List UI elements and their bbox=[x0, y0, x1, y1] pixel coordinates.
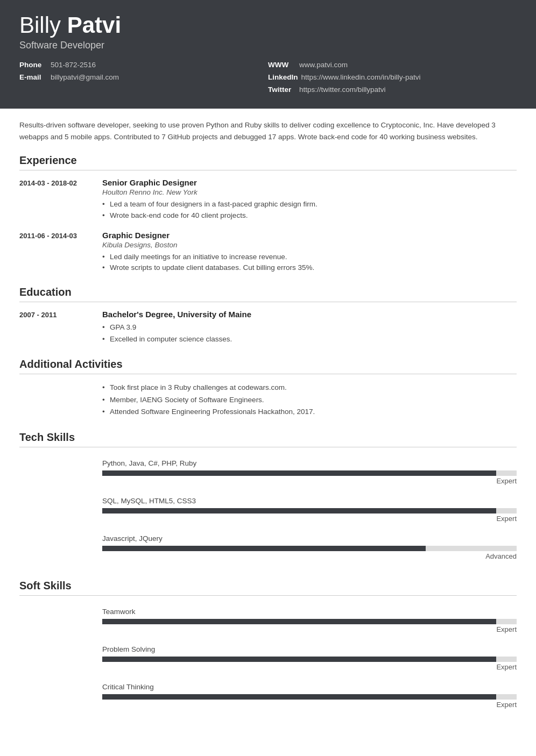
subtitle: Software Developer bbox=[19, 40, 517, 51]
contact-col-left: Phone 501-872-2516 E-mail billypatvi@gma… bbox=[19, 61, 268, 94]
name-block: Billy Patvi Software Developer bbox=[19, 13, 517, 51]
exp-bullets: Led a team of four designers in a fast-p… bbox=[102, 199, 517, 221]
skill-right: Javascript, JQueryAdvanced bbox=[102, 530, 517, 567]
skill-left bbox=[19, 603, 89, 640]
phone-item: Phone 501-872-2516 bbox=[19, 61, 268, 69]
exp-title: Graphic Designer bbox=[102, 231, 517, 240]
education-list: 2007 - 2011Bachelor's Degree, University… bbox=[19, 310, 517, 345]
exp-company: Houlton Renno Inc. New York bbox=[102, 188, 517, 196]
full-name: Billy Patvi bbox=[19, 13, 517, 38]
skill-bar-container bbox=[102, 694, 517, 700]
skill-bar-fill bbox=[102, 546, 426, 551]
skill-bar-fill bbox=[102, 619, 496, 624]
email-item: E-mail billypatvi@gmail.com bbox=[19, 73, 268, 81]
twitter-label: Twitter bbox=[268, 85, 296, 94]
twitter-value: https://twitter.com/billypatvi bbox=[299, 85, 386, 94]
skill-bar-container bbox=[102, 619, 517, 624]
edu-bullets: GPA 3.9Excelled in computer science clas… bbox=[102, 322, 517, 345]
skill-bar-fill bbox=[102, 470, 496, 476]
skill-left bbox=[19, 679, 89, 715]
twitter-item: Twitter https://twitter.com/billypatvi bbox=[268, 85, 517, 94]
skill-level-label: Expert bbox=[102, 701, 517, 709]
activities-title: Additional Activities bbox=[19, 358, 517, 374]
skill-right: Problem SolvingExpert bbox=[102, 641, 517, 677]
email-value: billypatvi@gmail.com bbox=[51, 73, 119, 81]
skill-name: Javascript, JQuery bbox=[102, 534, 517, 543]
skill-level-label: Advanced bbox=[102, 552, 517, 560]
edu-body: Bachelor's Degree, University of MaineGP… bbox=[102, 310, 517, 345]
list-item: GPA 3.9 bbox=[102, 322, 517, 333]
exp-date: 2014-03 - 2018-02 bbox=[19, 178, 89, 221]
education-entry: 2007 - 2011Bachelor's Degree, University… bbox=[19, 310, 517, 345]
linkedin-label: LinkedIn bbox=[268, 73, 298, 81]
skill-name: SQL, MySQL, HTML5, CSS3 bbox=[102, 497, 517, 505]
contact-col-right: WWW www.patvi.com LinkedIn https://www.l… bbox=[268, 61, 517, 94]
activities-list: Took first place in 3 Ruby challenges at… bbox=[102, 382, 517, 419]
tech-skills-title: Tech Skills bbox=[19, 431, 517, 447]
experience-entry: 2011-06 - 2014-03Graphic DesignerKibula … bbox=[19, 231, 517, 274]
skill-right: TeamworkExpert bbox=[102, 603, 517, 640]
skill-left bbox=[19, 493, 89, 529]
list-item: Excelled in computer science classes. bbox=[102, 333, 517, 345]
exp-body: Graphic DesignerKibula Designs, BostonLe… bbox=[102, 231, 517, 274]
skill-row: Critical ThinkingExpert bbox=[19, 679, 517, 715]
skill-level-label: Expert bbox=[102, 477, 517, 485]
activities-section: Additional Activities Took first place i… bbox=[19, 358, 517, 419]
education-title: Education bbox=[19, 286, 517, 302]
phone-label: Phone bbox=[19, 61, 47, 69]
exp-body: Senior Graphic DesignerHoulton Renno Inc… bbox=[102, 178, 517, 221]
www-item: WWW www.patvi.com bbox=[268, 61, 517, 69]
tech-skills-section: Tech Skills Python, Java, C#, PHP, RubyE… bbox=[19, 431, 517, 567]
main-content: Results-driven software developer, seeki… bbox=[0, 109, 536, 747]
summary: Results-driven software developer, seeki… bbox=[19, 119, 517, 142]
experience-entry: 2014-03 - 2018-02Senior Graphic Designer… bbox=[19, 178, 517, 221]
phone-value: 501-872-2516 bbox=[51, 61, 96, 69]
tech-skills-list: Python, Java, C#, PHP, RubyExpertSQL, My… bbox=[19, 455, 517, 567]
education-section: Education 2007 - 2011Bachelor's Degree, … bbox=[19, 286, 517, 345]
skill-left bbox=[19, 455, 89, 491]
www-value: www.patvi.com bbox=[299, 61, 348, 69]
list-item: Wrote scripts to update client databases… bbox=[102, 262, 517, 273]
skill-name: Critical Thinking bbox=[102, 683, 517, 691]
skill-level-label: Expert bbox=[102, 625, 517, 633]
exp-company: Kibula Designs, Boston bbox=[102, 241, 517, 249]
exp-date: 2011-06 - 2014-03 bbox=[19, 231, 89, 274]
skill-row: Python, Java, C#, PHP, RubyExpert bbox=[19, 455, 517, 491]
skill-row: Javascript, JQueryAdvanced bbox=[19, 530, 517, 567]
skill-bar-container bbox=[102, 508, 517, 513]
experience-list: 2014-03 - 2018-02Senior Graphic Designer… bbox=[19, 178, 517, 273]
soft-skills-title: Soft Skills bbox=[19, 580, 517, 596]
skill-level-label: Expert bbox=[102, 515, 517, 523]
skill-row: Problem SolvingExpert bbox=[19, 641, 517, 677]
skill-row: TeamworkExpert bbox=[19, 603, 517, 640]
first-name: Billy bbox=[19, 12, 67, 38]
header: Billy Patvi Software Developer Phone 501… bbox=[0, 0, 536, 109]
skill-level-label: Expert bbox=[102, 663, 517, 671]
skill-row: SQL, MySQL, HTML5, CSS3Expert bbox=[19, 493, 517, 529]
www-label: WWW bbox=[268, 61, 296, 69]
list-item: Wrote back-end code for 40 client projec… bbox=[102, 210, 517, 221]
soft-skills-list: TeamworkExpertProblem SolvingExpertCriti… bbox=[19, 603, 517, 715]
experience-section: Experience 2014-03 - 2018-02Senior Graph… bbox=[19, 154, 517, 273]
list-item: Led a team of four designers in a fast-p… bbox=[102, 199, 517, 210]
edu-date: 2007 - 2011 bbox=[19, 310, 89, 345]
linkedin-value: https://www.linkedin.com/in/billy-patvi bbox=[301, 73, 421, 81]
skill-right: SQL, MySQL, HTML5, CSS3Expert bbox=[102, 493, 517, 529]
last-name: Patvi bbox=[67, 12, 121, 38]
skill-name: Python, Java, C#, PHP, Ruby bbox=[102, 459, 517, 467]
skill-right: Critical ThinkingExpert bbox=[102, 679, 517, 715]
exp-bullets: Led daily meetings for an initiative to … bbox=[102, 252, 517, 274]
skill-bar-fill bbox=[102, 657, 496, 662]
exp-title: Senior Graphic Designer bbox=[102, 178, 517, 187]
skill-name: Teamwork bbox=[102, 608, 517, 616]
skill-left bbox=[19, 641, 89, 677]
contact-info: Phone 501-872-2516 E-mail billypatvi@gma… bbox=[19, 61, 517, 94]
list-item: Member, IAENG Society of Software Engine… bbox=[102, 394, 517, 406]
list-item: Led daily meetings for an initiative to … bbox=[102, 252, 517, 262]
skill-bar-container bbox=[102, 546, 517, 551]
soft-skills-section: Soft Skills TeamworkExpertProblem Solvin… bbox=[19, 580, 517, 715]
skill-bar-container bbox=[102, 657, 517, 662]
skill-left bbox=[19, 530, 89, 567]
skill-right: Python, Java, C#, PHP, RubyExpert bbox=[102, 455, 517, 491]
list-item: Attended Software Engineering Profession… bbox=[102, 406, 517, 418]
